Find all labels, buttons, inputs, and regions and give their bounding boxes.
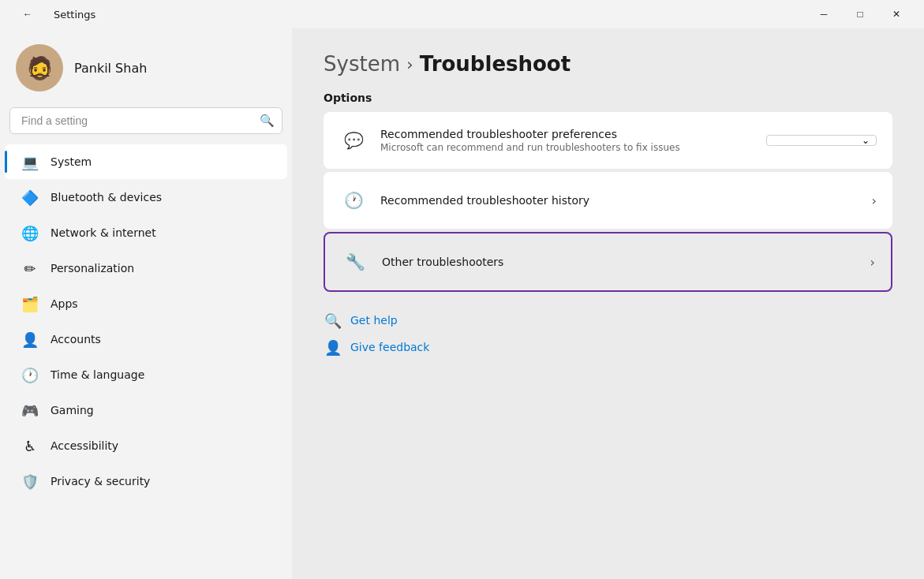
nav-icon-privacy: 🛡️ [21,472,39,491]
nav-icon-personalization: ✏️ [21,259,39,278]
chevron-right-icon-other-troubleshooters: › [870,255,875,270]
get-help-icon: 🔍 [324,311,342,330]
chevron-right-icon-recommended-history: › [872,193,877,208]
sidebar-item-personalization[interactable]: ✏️ Personalization [5,251,287,286]
sidebar-item-network[interactable]: 🌐 Network & internet [5,215,287,250]
nav-label-time: Time & language [51,368,144,381]
sidebar-item-time[interactable]: 🕐 Time & language [5,357,287,392]
close-button[interactable]: ✕ [878,2,915,27]
card-action-other-troubleshooters: › [870,255,875,270]
sidebar-item-gaming[interactable]: 🎮 Gaming [5,393,287,428]
card-title-other-troubleshooters: Other troubleshooters [382,256,870,268]
sidebar-item-privacy[interactable]: 🛡️ Privacy & security [5,464,287,499]
chevron-down-icon: ⌄ [862,135,870,146]
card-icon-recommended-prefs: 💬 [339,126,368,155]
breadcrumb-current: Troubleshoot [420,52,570,76]
avatar-icon: 🧔 [26,55,54,81]
nav-icon-gaming: 🎮 [21,401,39,420]
sidebar-item-system[interactable]: 💻 System [5,144,287,179]
card-subtitle-recommended-prefs: Microsoft can recommend and run troubles… [380,142,766,153]
content-area: System › Troubleshoot Options 💬 Recommen… [292,28,924,579]
breadcrumb-separator: › [406,54,413,74]
card-other-troubleshooters: 🔧 Other troubleshooters › [324,232,892,292]
sidebar-item-accounts[interactable]: 👤 Accounts [5,322,287,357]
card-text-other-troubleshooters: Other troubleshooters [382,256,870,268]
user-name: Pankil Shah [74,61,147,76]
search-box: 🔍 [9,107,282,134]
titlebar-left: ← Settings [9,2,95,27]
card-text-recommended-prefs: Recommended troubleshooter preferences M… [380,128,766,153]
avatar: 🧔 [16,44,63,92]
card-recommended-prefs: 💬 Recommended troubleshooter preferences… [324,112,892,169]
nav-label-network: Network & internet [51,226,156,239]
nav-label-system: System [51,155,92,168]
get-help-link[interactable]: 🔍 Get help [324,311,892,330]
options-label: Options [324,92,892,104]
minimize-button[interactable]: ─ [806,2,842,27]
card-title-recommended-history: Recommended troubleshooter history [380,194,872,207]
card-item-other-troubleshooters[interactable]: 🔧 Other troubleshooters › [325,233,891,290]
card-icon-recommended-history: 🕐 [339,186,368,215]
card-item-recommended-history[interactable]: 🕐 Recommended troubleshooter history › [324,172,892,229]
maximize-button[interactable]: □ [842,2,878,27]
search-button[interactable]: 🔍 [260,114,275,128]
sidebar-item-bluetooth[interactable]: 🔷 Bluetooth & devices [5,180,287,215]
app-title: Settings [54,9,95,21]
nav-icon-accessibility: ♿ [21,436,39,455]
sidebar: 🧔 Pankil Shah 🔍 💻 System 🔷 Bluetooth & d… [0,28,292,579]
give-feedback-icon: 👤 [324,338,342,357]
back-button[interactable]: ← [9,2,46,27]
nav-icon-system: 💻 [21,152,39,171]
card-recommended-history: 🕐 Recommended troubleshooter history › [324,172,892,229]
card-action-recommended-prefs: ⌄ [766,135,877,146]
titlebar: ← Settings ─ □ ✕ [0,0,924,28]
nav-menu: 💻 System 🔷 Bluetooth & devices 🌐 Network… [0,144,292,499]
app-body: 🧔 Pankil Shah 🔍 💻 System 🔷 Bluetooth & d… [0,28,924,579]
nav-label-gaming: Gaming [51,404,94,417]
give-feedback-link[interactable]: 👤 Give feedback [324,338,892,357]
card-text-recommended-history: Recommended troubleshooter history [380,194,872,207]
nav-label-privacy: Privacy & security [51,475,150,487]
nav-icon-bluetooth: 🔷 [21,188,39,207]
nav-icon-time: 🕐 [21,365,39,384]
card-item-recommended-prefs[interactable]: 💬 Recommended troubleshooter preferences… [324,112,892,169]
nav-label-accounts: Accounts [51,333,101,346]
sidebar-item-apps[interactable]: 🗂️ Apps [5,286,287,321]
nav-icon-accounts: 👤 [21,330,39,349]
get-help-label: Get help [350,314,398,327]
breadcrumb: System › Troubleshoot [324,52,892,76]
user-section: 🧔 Pankil Shah [0,28,292,104]
window-controls: ─ □ ✕ [806,2,915,27]
nav-icon-network: 🌐 [21,223,39,242]
help-section: 🔍 Get help 👤 Give feedback [324,311,892,357]
nav-icon-apps: 🗂️ [21,294,39,313]
card-action-recommended-history: › [872,193,877,208]
nav-label-bluetooth: Bluetooth & devices [51,191,162,204]
nav-label-personalization: Personalization [51,262,134,275]
sidebar-item-accessibility[interactable]: ♿ Accessibility [5,428,287,463]
nav-label-accessibility: Accessibility [51,439,118,452]
card-title-recommended-prefs: Recommended troubleshooter preferences [380,128,766,140]
cards-container: 💬 Recommended troubleshooter preferences… [324,112,892,292]
breadcrumb-parent[interactable]: System [324,52,400,76]
dropdown-button-recommended-prefs[interactable]: ⌄ [766,135,877,146]
give-feedback-label: Give feedback [350,341,429,353]
nav-label-apps: Apps [51,297,78,310]
search-input[interactable] [9,107,282,134]
card-icon-other-troubleshooters: 🔧 [341,248,369,276]
back-icon: ← [23,9,32,20]
